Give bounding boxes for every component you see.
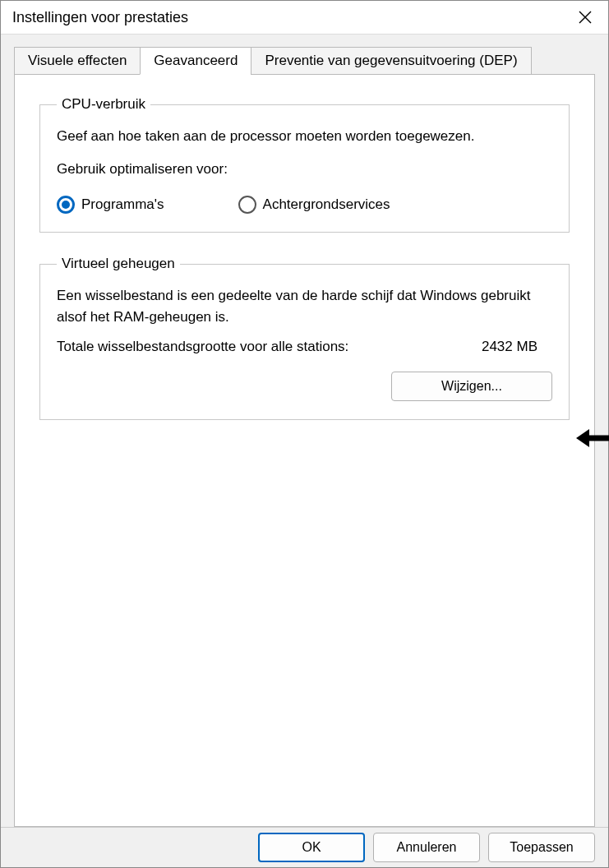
close-icon	[579, 11, 592, 24]
vm-total-row: Totale wisselbestandsgrootte voor alle s…	[57, 339, 552, 355]
apply-button[interactable]: Toepassen	[488, 833, 595, 862]
radio-background-label: Achtergrondservices	[263, 196, 390, 213]
vm-group-legend: Virtueel geheugen	[57, 256, 180, 272]
performance-settings-window: Instellingen voor prestaties Visuele eff…	[0, 0, 609, 868]
cpu-radio-row: Programma's Achtergrondservices	[57, 196, 552, 214]
radio-programs[interactable]: Programma's	[57, 196, 164, 214]
cpu-description: Geef aan hoe taken aan de processor moet…	[57, 126, 552, 147]
arrow-left-icon	[576, 427, 609, 450]
tab-dep[interactable]: Preventie van gegevensuitvoering (DEP)	[251, 47, 531, 75]
cpu-optimize-label: Gebruik optimaliseren voor:	[57, 159, 552, 180]
tab-advanced[interactable]: Geavanceerd	[140, 47, 251, 75]
tab-strip: Visuele effecten Geavanceerd Preventie v…	[14, 47, 595, 75]
window-title: Instellingen voor prestaties	[12, 9, 567, 26]
vm-total-label: Totale wisselbestandsgrootte voor alle s…	[57, 339, 348, 355]
radio-background-services[interactable]: Achtergrondservices	[238, 196, 390, 214]
titlebar: Instellingen voor prestaties	[1, 1, 608, 35]
dialog-footer: OK Annuleren Toepassen	[1, 827, 608, 867]
arrow-annotation	[576, 427, 609, 454]
tab-panel-advanced: CPU-verbruik Geef aan hoe taken aan de p…	[14, 74, 595, 827]
tab-visual-effects[interactable]: Visuele effecten	[14, 47, 141, 75]
vm-total-value: 2432 MB	[482, 339, 537, 355]
virtual-memory-group: Virtueel geheugen Een wisselbestand is e…	[39, 256, 570, 420]
ok-button[interactable]: OK	[258, 833, 365, 862]
vm-change-row: Wijzigen...	[57, 372, 552, 401]
vm-description: Een wisselbestand is een gedeelte van de…	[57, 285, 552, 327]
cpu-usage-group: CPU-verbruik Geef aan hoe taken aan de p…	[39, 96, 570, 233]
change-button[interactable]: Wijzigen...	[391, 372, 552, 401]
radio-programs-label: Programma's	[81, 196, 164, 213]
radio-unchecked-icon	[238, 196, 256, 214]
radio-checked-icon	[57, 196, 75, 214]
svg-marker-3	[576, 429, 589, 447]
content-area: Visuele effecten Geavanceerd Preventie v…	[1, 35, 608, 827]
cpu-group-legend: CPU-verbruik	[57, 96, 150, 113]
cancel-button[interactable]: Annuleren	[373, 833, 480, 862]
close-button[interactable]	[567, 1, 603, 34]
